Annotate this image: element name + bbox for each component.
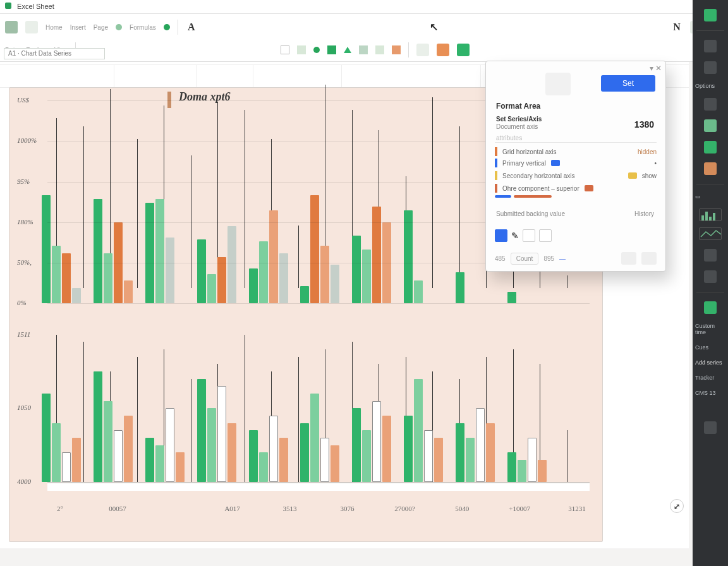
dock-settings-icon[interactable] [704,421,717,434]
bar-upper[interactable] [124,280,133,304]
font-sample[interactable]: A [186,22,197,32]
bar-lower[interactable] [176,452,185,482]
footer-count[interactable]: Count [511,253,539,265]
dock-panel-icon[interactable] [704,98,717,111]
panel-menu-icon[interactable]: ▾ ✕ [650,64,662,73]
bar-lower[interactable] [197,379,206,482]
bar-upper[interactable] [166,238,174,303]
dock-tree-icon[interactable] [704,61,717,74]
bar-upper[interactable] [300,286,309,304]
bar-upper[interactable] [197,239,206,303]
bar-lower[interactable] [249,430,258,482]
bar-lower[interactable] [279,438,288,482]
bar-upper[interactable] [207,274,216,303]
bar-lower[interactable] [62,452,71,482]
fill-pale-swatch[interactable] [375,45,384,54]
fill-green-swatch[interactable] [327,45,336,54]
bar-lower[interactable] [310,394,319,482]
bar-upper[interactable] [352,236,361,303]
bar-lower[interactable] [259,452,268,482]
bar-upper[interactable] [362,250,371,304]
tab-home[interactable]: Home [46,24,63,31]
footer-view-list[interactable] [641,252,657,265]
dock-warn-icon[interactable] [704,162,717,175]
dock-color-icon[interactable] [704,119,717,132]
bar-lower[interactable] [404,416,413,482]
bar-lower[interactable] [528,438,537,482]
footer-view-grid[interactable] [621,252,636,265]
bar-lower[interactable] [518,460,526,482]
bar-lower[interactable] [269,416,278,482]
bar-lower[interactable] [228,423,236,482]
bar-lower[interactable] [382,416,391,482]
bar-lower[interactable] [145,438,154,482]
footer-link[interactable]: — [559,255,566,262]
bar-upper[interactable] [310,195,319,303]
bar-lower[interactable] [155,445,164,482]
more-tools-button[interactable] [416,44,429,56]
fill-orange-swatch[interactable] [392,45,401,54]
bar-upper[interactable] [62,253,71,304]
bar-lower[interactable] [362,430,371,482]
bar-upper[interactable] [94,199,102,303]
dock-search-icon[interactable] [704,40,717,52]
bar-upper[interactable] [42,195,51,303]
bar-upper[interactable] [249,268,258,303]
fill-light-swatch[interactable] [297,45,306,54]
panel-row-0[interactable]: Grid horizontal axis hidden [495,146,657,157]
slider-segment-a[interactable] [495,195,511,198]
picker-active[interactable] [495,229,507,242]
insert-shape-icon[interactable] [344,47,351,53]
bar-upper[interactable] [217,257,226,303]
bar-lower[interactable] [466,438,475,482]
bar-lower[interactable] [207,408,216,482]
bar-upper[interactable] [372,207,381,303]
bar-lower[interactable] [114,430,123,482]
dock-table-icon[interactable] [704,249,717,262]
chart-tool-button[interactable] [437,44,449,56]
bar-lower[interactable] [166,408,174,482]
bar-lower[interactable] [331,445,339,482]
bar-lower[interactable] [300,423,309,482]
panel-row-2[interactable]: Secondary horizontal axis show [495,170,657,181]
bar-upper[interactable] [145,203,154,303]
fill-grey-swatch[interactable] [359,45,368,54]
bar-upper[interactable] [104,253,112,304]
bar-lower[interactable] [52,423,61,482]
fill-none-swatch[interactable] [281,45,289,54]
bar-upper[interactable] [269,210,278,303]
bar-upper[interactable] [507,292,516,303]
bar-lower[interactable] [476,408,485,482]
theme-button[interactable] [457,44,470,56]
picker-slot-1[interactable] [523,229,535,242]
bar-lower[interactable] [456,423,464,482]
bar-lower[interactable] [124,416,133,482]
bar-lower[interactable] [320,438,329,482]
name-box[interactable]: A1 · Chart Data Series [4,48,105,59]
dock-image-icon[interactable] [704,270,717,283]
bar-lower[interactable] [372,401,381,482]
panel-apply-button[interactable]: Set [601,75,655,92]
bar-upper[interactable] [72,288,81,303]
edit-icon[interactable]: ✎ [511,231,519,241]
bar-lower[interactable] [42,394,51,482]
bar-upper[interactable] [414,280,423,304]
dock-series-icon[interactable] [704,141,717,154]
bar-lower[interactable] [486,423,495,482]
picker-slot-2[interactable] [539,229,552,242]
select-tool-icon[interactable]: ↖ [430,22,438,32]
bar-lower[interactable] [434,438,443,482]
bar-upper[interactable] [320,246,329,304]
dock-mini-line[interactable] [699,227,722,240]
bar-upper[interactable] [155,199,164,303]
bar-lower[interactable] [104,401,112,482]
fill-green-dot[interactable] [313,47,320,53]
bar-upper[interactable] [331,265,339,303]
panel-row-1[interactable]: Primary vertical • [495,157,657,169]
bar-upper[interactable] [279,253,288,304]
dock-logo-icon[interactable] [704,9,717,21]
bar-lower[interactable] [352,408,361,482]
bar-lower[interactable] [424,430,433,482]
slider-segment-b[interactable] [514,195,552,198]
paste-button[interactable] [5,21,18,33]
